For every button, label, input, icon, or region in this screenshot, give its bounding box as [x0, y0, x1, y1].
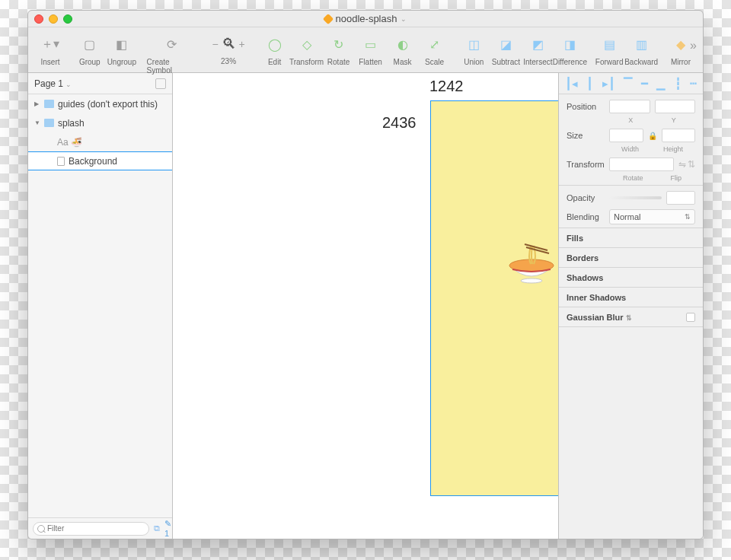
rotate-button[interactable]: ↻ Rotate — [323, 31, 355, 66]
app-window: noodle-splash ⌄ ＋▾ Insert ▢ Group ◧ Ungr… — [27, 10, 704, 539]
chevron-down-icon[interactable]: ⌄ — [401, 15, 407, 23]
flip-horizontal-icon[interactable]: ⇋ — [678, 159, 686, 170]
transform-button[interactable]: ◇ Transform — [291, 31, 323, 66]
forward-button[interactable]: ▤ Forward — [593, 31, 625, 66]
traffic-lights — [34, 14, 72, 24]
selection-indicator: ✎ 1 — [164, 519, 171, 538]
artboard-width-ruler: 1242 — [429, 78, 464, 95]
toolbar: ＋▾ Insert ▢ Group ◧ Ungroup ⟳ Create Sym… — [28, 27, 703, 73]
intersect-button[interactable]: ◩ Intersect — [522, 31, 554, 66]
flatten-button[interactable]: ▭ Flatten — [355, 31, 387, 66]
size-label: Size — [567, 131, 605, 140]
artboard-height-ruler: 2436 — [382, 114, 417, 132]
insert-button[interactable]: ＋▾ Insert — [34, 31, 66, 66]
layer-splash[interactable]: ▼ splash — [28, 113, 172, 132]
main-body: Page 1 ⌄ ▶ guides (don't export this) ▼ … — [28, 73, 703, 539]
position-y-input[interactable] — [655, 100, 696, 113]
zoom-out-button[interactable]: − — [212, 38, 218, 50]
layers-footer: ⧉ ✎ 1 — [28, 517, 172, 539]
blending-label: Blending — [567, 212, 605, 221]
sketch-file-icon — [322, 13, 333, 24]
align-left-icon[interactable]: ┃◂ — [565, 77, 578, 91]
alignment-controls: ┃◂ ┃ ▸┃ ▔ ━ ▁ ┇ ┅ — [559, 73, 703, 94]
artboard-splash[interactable] — [430, 100, 558, 496]
minimize-window-button[interactable] — [49, 14, 58, 24]
edit-button[interactable]: ◯ Edit — [259, 31, 291, 66]
layer-filter-input[interactable] — [33, 522, 149, 536]
create-symbol-button[interactable]: ⟳ Create Symbol — [145, 31, 199, 75]
layer-aa[interactable]: Aa 🍜 — [28, 132, 172, 151]
zoom-control[interactable]: − 🔍︎ + — [212, 31, 244, 57]
opacity-label: Opacity — [567, 193, 605, 202]
width-input[interactable] — [609, 129, 643, 142]
updown-icon: ⇅ — [626, 314, 632, 322]
lock-aspect-icon[interactable]: 🔒 — [648, 132, 657, 140]
ungroup-button[interactable]: ◧ Ungroup — [106, 31, 138, 66]
folder-icon — [44, 119, 54, 127]
rotate-input[interactable] — [609, 158, 674, 171]
align-middle-icon[interactable]: ━ — [641, 77, 648, 91]
fills-section[interactable]: Fills — [559, 228, 703, 248]
mask-button[interactable]: ◐ Mask — [387, 31, 419, 66]
distribute-h-icon[interactable]: ┇ — [675, 77, 682, 91]
rectangle-icon — [57, 157, 65, 166]
svg-point-3 — [521, 278, 542, 283]
position-x-input[interactable] — [609, 100, 650, 113]
titlebar: noodle-splash ⌄ — [28, 11, 703, 27]
height-input[interactable] — [662, 129, 696, 142]
inner-shadows-section[interactable]: Inner Shadows — [559, 288, 703, 307]
gaussian-blur-section[interactable]: Gaussian Blur ⇅ — [559, 307, 703, 327]
duplicate-icon[interactable]: ⧉ — [154, 523, 160, 533]
window-title: noodle-splash — [336, 13, 397, 24]
blur-toggle-checkbox[interactable] — [686, 313, 695, 322]
opacity-input[interactable] — [666, 191, 695, 205]
distribute-v-icon[interactable]: ┅ — [690, 77, 697, 91]
chevron-down-icon: ⌄ — [65, 81, 72, 88]
updown-icon: ⇅ — [685, 213, 691, 221]
canvas[interactable]: 1242 2436 — [173, 73, 558, 539]
inspector-panel: ┃◂ ┃ ▸┃ ▔ ━ ▁ ┇ ┅ Position XY Size — [558, 73, 703, 539]
zoom-in-button[interactable]: + — [239, 38, 245, 50]
borders-section[interactable]: Borders — [559, 248, 703, 268]
difference-button[interactable]: ◨ Difference — [554, 31, 586, 66]
page-selector[interactable]: Page 1 ⌄ — [28, 73, 172, 94]
align-bottom-icon[interactable]: ▁ — [656, 77, 666, 91]
shadows-section[interactable]: Shadows — [559, 268, 703, 288]
close-window-button[interactable] — [34, 14, 43, 24]
zoom-level: 23% — [221, 57, 236, 65]
align-right-icon[interactable]: ▸┃ — [602, 77, 615, 91]
pages-panel-toggle[interactable] — [155, 78, 166, 89]
layer-background-selected[interactable]: Background — [28, 151, 172, 170]
folder-icon — [44, 100, 54, 108]
noodle-bowl-icon — [505, 243, 558, 291]
zoom-window-button[interactable] — [63, 14, 72, 24]
layer-guides[interactable]: ▶ guides (don't export this) — [28, 94, 172, 113]
magnifier-icon: 🔍︎ — [222, 36, 236, 52]
layers-panel: Page 1 ⌄ ▶ guides (don't export this) ▼ … — [28, 73, 173, 539]
toolbar-overflow-button[interactable]: » — [690, 39, 697, 52]
disclosure-icon[interactable]: ▼ — [34, 119, 40, 126]
blending-select[interactable]: Normal ⇅ — [609, 209, 695, 224]
disclosure-icon[interactable]: ▶ — [34, 100, 40, 107]
transform-label: Transform — [567, 160, 605, 169]
position-label: Position — [567, 102, 605, 111]
backward-button[interactable]: ▥ Backward — [625, 31, 657, 66]
union-button[interactable]: ◫ Union — [458, 31, 490, 66]
align-top-icon[interactable]: ▔ — [624, 77, 633, 91]
subtract-button[interactable]: ◪ Subtract — [490, 31, 522, 66]
group-button[interactable]: ▢ Group — [74, 31, 106, 66]
scale-button[interactable]: ⤢ Scale — [419, 31, 451, 66]
align-center-h-icon[interactable]: ┃ — [586, 77, 593, 91]
opacity-slider[interactable] — [609, 196, 662, 199]
flip-vertical-icon[interactable]: ⇅ — [688, 159, 695, 170]
